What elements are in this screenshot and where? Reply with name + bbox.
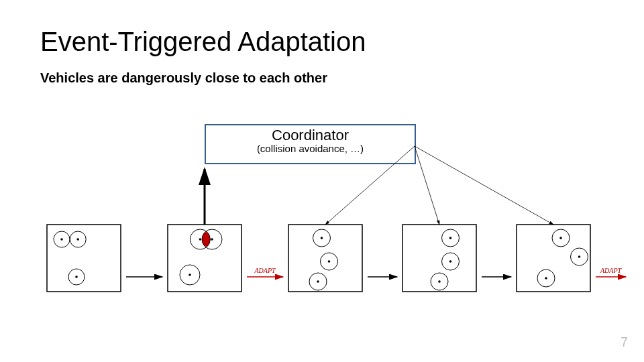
vehicle-center-dot: [449, 237, 452, 239]
vehicle-center-dot: [76, 238, 79, 241]
vehicle-center-dot: [545, 277, 547, 280]
arrows-group: ADAPTADAPT: [126, 146, 626, 277]
diagram-svg: ADAPTADAPT: [0, 0, 644, 362]
vehicle-center-dot: [60, 238, 63, 241]
vehicle-center-dot: [559, 237, 562, 239]
vehicle-center-dot: [321, 237, 323, 239]
vehicle-center-dot: [199, 238, 202, 241]
vehicle-center-dot: [75, 276, 78, 278]
frame-box: [517, 225, 590, 292]
vehicle-center-dot: [189, 274, 191, 276]
frame-box: [47, 225, 121, 292]
frame-box: [288, 225, 362, 292]
vehicle-center-dot: [328, 260, 331, 263]
adapt-label: ADAPT: [254, 267, 276, 274]
vehicle-center-dot: [211, 238, 213, 241]
vehicle-center-dot: [438, 280, 441, 283]
vehicle-center-dot: [578, 255, 581, 258]
arrow-from-coordinator: [325, 146, 415, 225]
vehicle-center-dot: [317, 280, 319, 283]
frames-group: [47, 225, 590, 292]
vehicle-center-dot: [449, 260, 452, 263]
page-number: 7: [621, 335, 628, 350]
adapt-label: ADAPT: [600, 267, 623, 274]
